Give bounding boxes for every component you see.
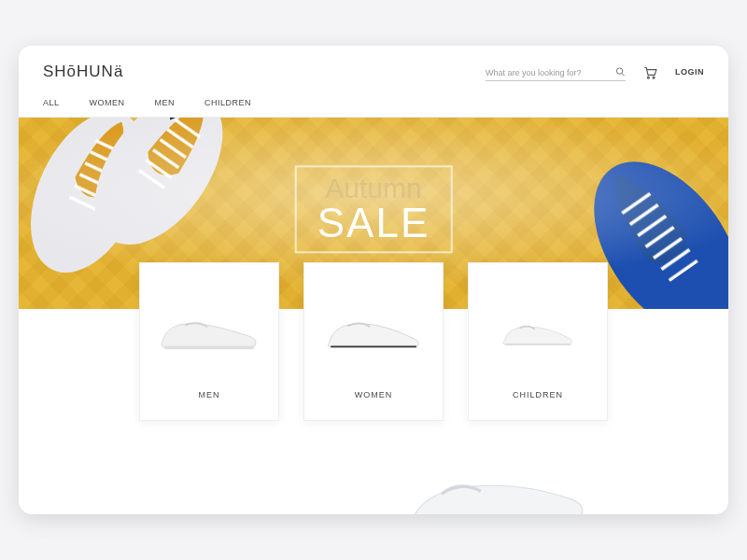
brand-logo[interactable]: SHōHUNä	[43, 63, 123, 81]
svg-line-1	[622, 73, 625, 76]
nav-all[interactable]: ALL	[43, 98, 60, 107]
card-label-children: CHILDREN	[513, 390, 563, 399]
header-actions: LOGIN	[486, 63, 704, 81]
search-input[interactable]	[486, 65, 626, 80]
card-thumb-children	[482, 284, 594, 377]
banner-title-line1: Autumn	[317, 175, 430, 203]
category-nav: ALL WOMEN MEN CHILDREN	[43, 81, 704, 107]
header-top-row: SHōHUNä LOGIN	[43, 63, 704, 81]
card-label-women: WOMEN	[355, 390, 393, 399]
nav-women[interactable]: WOMEN	[90, 98, 125, 107]
search-field-wrap	[486, 63, 626, 81]
card-thumb-women	[317, 284, 430, 377]
nav-men[interactable]: MEN	[155, 98, 176, 107]
svg-point-2	[647, 77, 649, 78]
category-cards-row: MEN WOMEN CHILDREN	[19, 262, 728, 449]
banner-title-box: Autumn SALE	[295, 165, 453, 253]
banner-title-line2: SALE	[317, 203, 430, 244]
login-link[interactable]: LOGIN	[675, 67, 704, 77]
category-card-women[interactable]: WOMEN	[303, 262, 444, 421]
header: SHōHUNä LOGIN	[19, 46, 728, 118]
nav-children[interactable]: CHILDREN	[204, 98, 251, 107]
card-thumb-men	[153, 284, 265, 377]
cart-icon[interactable]	[642, 65, 658, 79]
category-card-children[interactable]: CHILDREN	[468, 262, 608, 421]
category-card-men[interactable]: MEN	[139, 262, 279, 421]
svg-rect-5	[66, 133, 127, 217]
svg-rect-7	[135, 118, 205, 193]
search-icon[interactable]	[615, 66, 626, 77]
bottom-peek-area	[19, 449, 728, 514]
bottom-peek-shoe	[374, 449, 597, 514]
svg-point-3	[653, 77, 655, 78]
svg-point-6	[69, 118, 249, 268]
app-window: SHōHUNä LOGIN	[19, 46, 728, 514]
card-label-men: MEN	[199, 390, 220, 399]
svg-point-0	[616, 67, 622, 73]
